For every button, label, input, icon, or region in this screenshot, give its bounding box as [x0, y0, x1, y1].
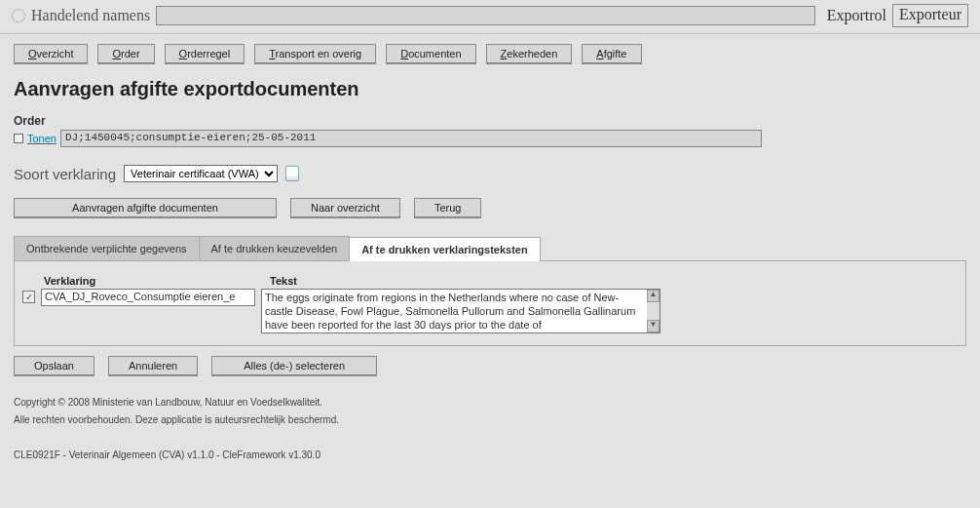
menu-order-rest: rder [121, 48, 140, 59]
menu-afgifte[interactable]: Afgifte [582, 44, 641, 64]
menu-transport-rest: ransport en overig [276, 48, 362, 59]
tab-keuzevelden[interactable]: Af te drukken keuzevelden [200, 236, 351, 260]
tekst-wrap: The eggs originate from regions in the N… [261, 289, 660, 333]
footer-copyright: Copyright © 2008 Ministerie van Landbouw… [14, 394, 966, 411]
main-menu: Overzicht Order Orderregel Transport en … [0, 34, 980, 72]
menu-orderregel[interactable]: Orderregel [165, 44, 245, 64]
topbar: Handelend namens Exportrol Exporteur [0, 0, 980, 34]
footer: Copyright © 2008 Ministerie van Landbouw… [14, 394, 966, 464]
annuleren-button[interactable]: Annuleren [108, 356, 198, 376]
aanvragen-button[interactable]: Aanvragen afgifte documenten [14, 198, 277, 218]
page-title: Aanvragen afgifte exportdocumenten [14, 78, 966, 100]
exportrol-label: Exportrol [827, 7, 886, 24]
soort-verklaring-row: Soort verklaring Veterinair certificaat … [14, 165, 966, 182]
order-toggle-icon[interactable] [14, 134, 23, 143]
soort-verklaring-label: Soort verklaring [14, 166, 116, 182]
acting-on-behalf-input[interactable] [156, 6, 815, 25]
menu-afgifte-rest: fgifte [604, 48, 627, 59]
menu-documenten-rest: ocumenten [408, 48, 461, 59]
row-checkbox[interactable]: ✓ [22, 291, 35, 303]
scroll-up-icon[interactable]: ▲ [647, 290, 660, 302]
col-header-verklaring: Verklaring [44, 275, 258, 287]
scrollbar[interactable]: ▲ ▼ [647, 290, 660, 332]
terug-button[interactable]: Terug [414, 198, 482, 218]
menu-order[interactable]: Order [97, 44, 154, 64]
footer-version: CLE0921F - Veterinair Algemeen (CVA) v1.… [14, 447, 966, 464]
menu-overzicht-rest: verzicht [37, 48, 74, 59]
order-value-field[interactable]: DJ;1450045;consumptie-eieren;25-05-2011 [60, 130, 762, 147]
opslaan-button[interactable]: Opslaan [14, 356, 94, 376]
menu-zekerheden-rest: ekerheden [507, 48, 557, 59]
order-row: Tonen DJ;1450045;consumptie-eieren;25-05… [14, 130, 966, 147]
acting-on-behalf-label: Handelend namens [31, 7, 150, 24]
alles-selecteren-button[interactable]: Alles (de-) selecteren [211, 356, 377, 376]
tab-body: Verklaring Tekst ✓ CVA_DJ_Roveco_Consump… [14, 261, 966, 346]
exportrol-value[interactable]: Exporteur [892, 4, 968, 27]
menu-overzicht[interactable]: Overzicht [14, 44, 88, 64]
menu-zekerheden[interactable]: Zekerheden [486, 44, 573, 64]
scroll-down-icon[interactable]: ▼ [647, 320, 660, 332]
tab-verklaringsteksten[interactable]: Af te drukken verklaringsteksten [350, 237, 541, 261]
tekst-textarea[interactable]: The eggs originate from regions in the N… [261, 289, 660, 333]
document-icon[interactable] [285, 166, 299, 181]
verklaring-input[interactable]: CVA_DJ_Roveco_Consumptie eieren_e [41, 289, 255, 306]
menu-transport[interactable]: Transport en overig [254, 44, 376, 64]
grid-header: Verklaring Tekst [44, 275, 958, 287]
col-header-tekst: Tekst [270, 275, 958, 287]
table-row: ✓ CVA_DJ_Roveco_Consumptie eieren_e The … [22, 289, 958, 333]
tab-ontbrekende[interactable]: Ontbrekende verplichte gegevens [14, 236, 200, 260]
order-heading: Order [14, 114, 980, 128]
soort-verklaring-select[interactable]: Veterinair certificaat (VWA) [124, 165, 278, 182]
loading-icon [12, 9, 25, 22]
menu-orderregel-rest: rderregel [187, 48, 230, 59]
naar-overzicht-rest: aar overzicht [319, 202, 380, 214]
footer-rights: Alle rechten voorbehouden. Deze applicat… [14, 411, 966, 429]
menu-documenten[interactable]: Documenten [386, 44, 475, 64]
order-tonen-link[interactable]: Tonen [27, 133, 57, 144]
bottom-buttons: Opslaan Annuleren Alles (de-) selecteren [14, 356, 966, 376]
naar-overzicht-button[interactable]: Naar overzicht [290, 198, 400, 218]
action-row: Aanvragen afgifte documenten Naar overzi… [14, 198, 966, 218]
tabs: Ontbrekende verplichte gegevens Af te dr… [14, 236, 966, 261]
